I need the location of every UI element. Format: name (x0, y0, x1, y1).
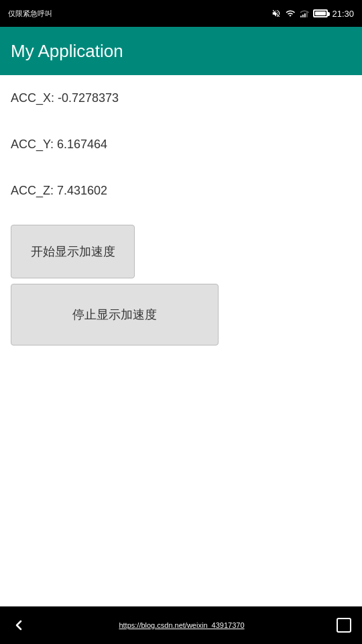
battery-icon (313, 9, 328, 17)
wifi-icon (285, 9, 296, 18)
acc-z-value: ACC_Z: 7.431602 (11, 184, 351, 198)
start-button[interactable]: 开始显示加速度 (11, 225, 135, 278)
back-icon (11, 617, 27, 633)
square-button[interactable] (337, 618, 351, 633)
acc-y-value: ACC_Y: 6.167464 (11, 138, 351, 152)
acc-x-value: ACC_X: -0.7278373 (11, 91, 351, 105)
time-display: 21:30 (332, 9, 354, 19)
signal-icon (300, 9, 309, 18)
svg-rect-1 (303, 15, 304, 17)
bottom-nav-bar: https://blog.csdn.net/weixin_43917370 (0, 606, 362, 644)
stop-button[interactable]: 停止显示加速度 (11, 284, 219, 345)
mute-icon (272, 9, 281, 18)
status-bar: 仅限紧急呼叫 21:30 (0, 0, 362, 27)
svg-rect-2 (304, 13, 306, 17)
svg-rect-0 (301, 16, 302, 17)
recent-apps-icon (337, 618, 351, 633)
status-bar-left-text: 仅限紧急呼叫 (8, 9, 52, 19)
back-button[interactable] (11, 617, 27, 633)
main-content: ACC_X: -0.7278373 ACC_Y: 6.167464 ACC_Z:… (0, 75, 362, 606)
title-bar: My Application (0, 27, 362, 75)
svg-rect-3 (306, 12, 308, 17)
status-bar-right: 21:30 (272, 9, 354, 19)
app-title: My Application (11, 41, 123, 62)
url-display: https://blog.csdn.net/weixin_43917370 (119, 621, 244, 629)
